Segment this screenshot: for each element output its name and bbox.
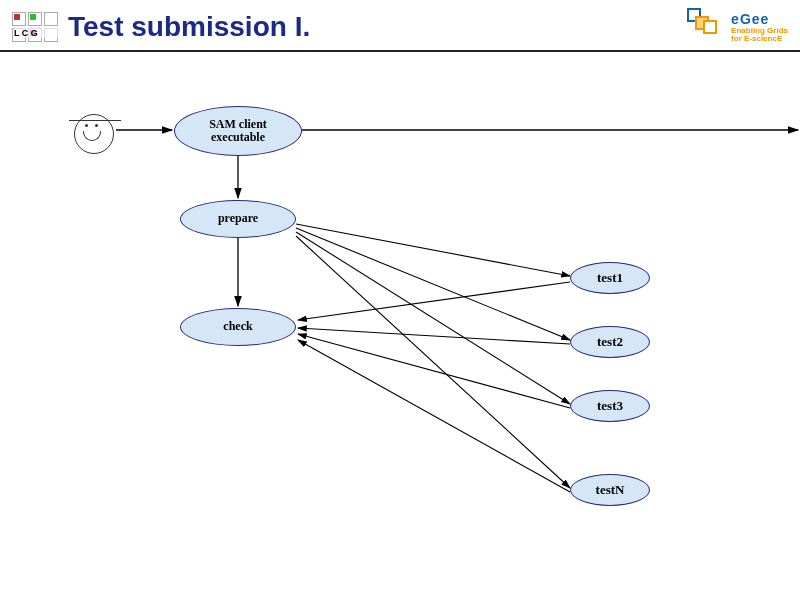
node-label: test1 xyxy=(597,271,623,286)
arrows-layer xyxy=(0,52,800,592)
node-test3: test3 xyxy=(570,390,650,422)
header-bar: L C G Test submission I. eGee Enabling G… xyxy=(0,0,800,52)
node-label: SAM clientexecutable xyxy=(209,118,267,145)
lcg-label: L C G xyxy=(14,28,58,38)
node-label: check xyxy=(223,320,252,333)
svg-line-6 xyxy=(296,232,570,404)
user-icon xyxy=(74,114,114,154)
lcg-logo: L C G xyxy=(12,12,58,42)
egee-wordmark: eGee xyxy=(731,11,788,27)
node-label: test3 xyxy=(597,399,623,414)
egee-mark-icon xyxy=(681,6,727,48)
node-check: check xyxy=(180,308,296,346)
svg-line-8 xyxy=(298,282,570,320)
page-title: Test submission I. xyxy=(68,11,310,43)
diagram-canvas: SAM clientexecutable prepare check test1… xyxy=(0,52,800,592)
node-label: prepare xyxy=(218,212,258,225)
node-sam-client: SAM clientexecutable xyxy=(174,106,302,156)
svg-line-10 xyxy=(298,334,570,408)
node-label: test2 xyxy=(597,335,623,350)
svg-line-7 xyxy=(296,236,570,488)
svg-line-9 xyxy=(298,328,570,344)
svg-line-4 xyxy=(296,224,570,276)
node-label: testN xyxy=(596,483,625,498)
svg-line-11 xyxy=(298,340,570,492)
node-testN: testN xyxy=(570,474,650,506)
svg-line-5 xyxy=(296,228,570,340)
node-test1: test1 xyxy=(570,262,650,294)
egee-logo: eGee Enabling Grids for E-sciencE xyxy=(681,6,788,48)
node-prepare: prepare xyxy=(180,200,296,238)
egee-tagline: Enabling Grids for E-sciencE xyxy=(731,27,788,44)
node-test2: test2 xyxy=(570,326,650,358)
